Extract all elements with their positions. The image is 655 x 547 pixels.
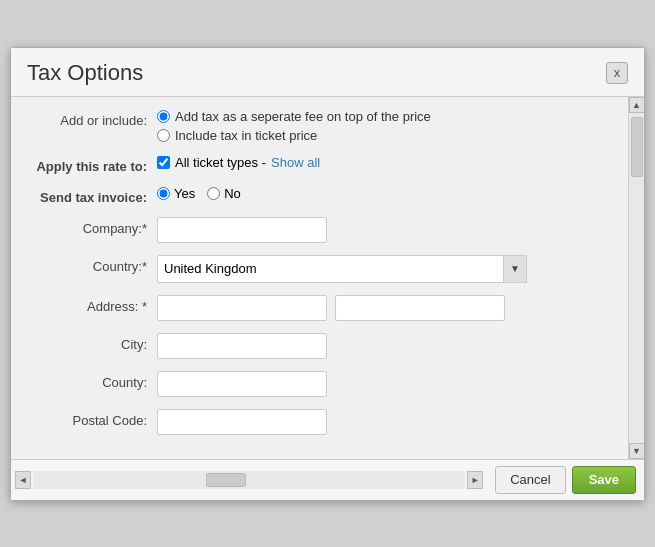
postal-code-row: Postal Code: <box>27 409 612 435</box>
all-ticket-types-checkbox[interactable] <box>157 156 170 169</box>
address-label: Address: * <box>27 295 157 314</box>
h-scrollbar-left-button[interactable]: ◄ <box>15 471 31 489</box>
add-or-include-label: Add or include: <box>27 109 157 128</box>
apply-rate-label: Apply this rate to: <box>27 155 157 174</box>
show-all-link[interactable]: Show all <box>271 155 320 170</box>
address-input-2[interactable] <box>335 295 505 321</box>
send-invoice-label: Send tax invoice: <box>27 186 157 205</box>
dialog-body: Add or include: Add tax as a seperate fe… <box>11 97 644 459</box>
all-ticket-types-row: All ticket types - Show all <box>157 155 612 170</box>
address-input-1[interactable] <box>157 295 327 321</box>
no-radio[interactable] <box>207 187 220 200</box>
include-tax-radio[interactable] <box>157 129 170 142</box>
yes-no-radio-group: Yes No <box>157 186 612 201</box>
address-controls <box>157 295 612 321</box>
no-label: No <box>224 186 241 201</box>
company-input[interactable] <box>157 217 327 243</box>
city-input[interactable] <box>157 333 327 359</box>
add-tax-radio[interactable] <box>157 110 170 123</box>
country-row: Country:* United Kingdom United States F… <box>27 255 612 283</box>
scrollbar-thumb[interactable] <box>631 117 643 177</box>
country-controls: United Kingdom United States France Germ… <box>157 255 612 283</box>
include-tax-option[interactable]: Include tax in ticket price <box>157 128 612 143</box>
scrollbar-down-button[interactable]: ▼ <box>629 443 645 459</box>
county-controls <box>157 371 612 397</box>
no-option[interactable]: No <box>207 186 241 201</box>
dialog-title: Tax Options <box>27 60 143 86</box>
yes-label: Yes <box>174 186 195 201</box>
city-controls <box>157 333 612 359</box>
country-label: Country:* <box>27 255 157 274</box>
horizontal-scrollbar-area: ◄ ► <box>11 465 487 495</box>
company-row: Company:* <box>27 217 612 243</box>
county-label: County: <box>27 371 157 390</box>
yes-radio[interactable] <box>157 187 170 200</box>
all-ticket-types-text: All ticket types - <box>175 155 266 170</box>
yes-option[interactable]: Yes <box>157 186 195 201</box>
include-tax-label: Include tax in ticket price <box>175 128 317 143</box>
scrollbar-track[interactable] <box>629 113 645 443</box>
postal-code-input[interactable] <box>157 409 327 435</box>
dialog-content: Add or include: Add tax as a seperate fe… <box>11 97 628 459</box>
tax-options-dialog: Tax Options x Add or include: Add tax as… <box>10 47 645 501</box>
add-tax-option[interactable]: Add tax as a seperate fee on top of the … <box>157 109 612 124</box>
postal-code-label: Postal Code: <box>27 409 157 428</box>
dialog-header: Tax Options x <box>11 48 644 97</box>
add-or-include-row: Add or include: Add tax as a seperate fe… <box>27 109 612 143</box>
cancel-button[interactable]: Cancel <box>495 466 565 494</box>
scrollbar-up-button[interactable]: ▲ <box>629 97 645 113</box>
footer-buttons: Cancel Save <box>487 460 644 500</box>
company-label: Company:* <box>27 217 157 236</box>
county-input[interactable] <box>157 371 327 397</box>
add-or-include-controls: Add tax as a seperate fee on top of the … <box>157 109 612 143</box>
apply-rate-controls: All ticket types - Show all <box>157 155 612 170</box>
vertical-scrollbar: ▲ ▼ <box>628 97 644 459</box>
save-button[interactable]: Save <box>572 466 636 494</box>
city-label: City: <box>27 333 157 352</box>
company-controls <box>157 217 612 243</box>
address-row: Address: * <box>27 295 612 321</box>
address-inputs <box>157 295 612 321</box>
h-scrollbar-track[interactable] <box>33 471 465 489</box>
county-row: County: <box>27 371 612 397</box>
send-invoice-controls: Yes No <box>157 186 612 201</box>
dialog-footer: ◄ ► Cancel Save <box>11 459 644 500</box>
postal-code-controls <box>157 409 612 435</box>
h-scrollbar-thumb[interactable] <box>206 473 246 487</box>
h-scrollbar-right-button[interactable]: ► <box>467 471 483 489</box>
country-select[interactable]: United Kingdom United States France Germ… <box>157 255 527 283</box>
apply-rate-row: Apply this rate to: All ticket types - S… <box>27 155 612 174</box>
close-button[interactable]: x <box>606 62 628 84</box>
send-invoice-row: Send tax invoice: Yes No <box>27 186 612 205</box>
add-tax-label: Add tax as a seperate fee on top of the … <box>175 109 431 124</box>
city-row: City: <box>27 333 612 359</box>
country-select-wrapper: United Kingdom United States France Germ… <box>157 255 527 283</box>
